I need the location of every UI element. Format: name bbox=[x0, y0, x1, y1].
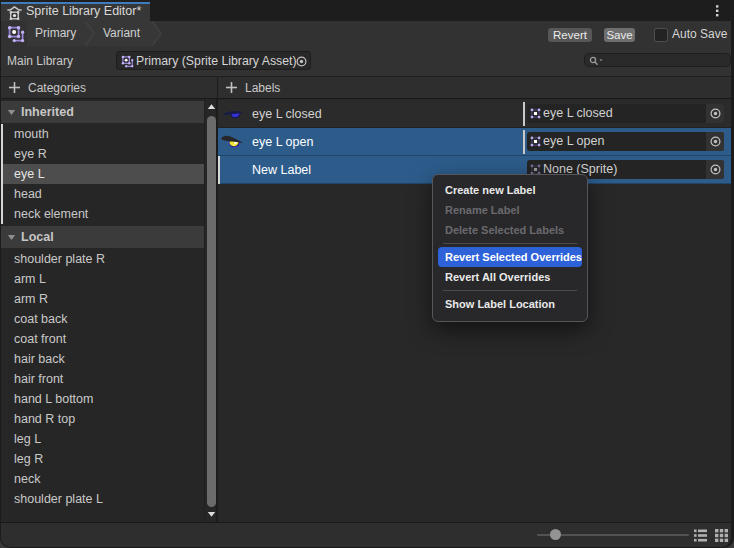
foldout-triangle-icon[interactable] bbox=[7, 234, 16, 241]
label-name: eye L closed bbox=[252, 100, 322, 128]
scroll-down-icon[interactable] bbox=[207, 510, 216, 518]
menu-item-delete-selected-labels[interactable]: Delete Selected Labels bbox=[438, 220, 582, 240]
object-picker-button[interactable] bbox=[706, 104, 724, 123]
object-picker-button[interactable] bbox=[706, 132, 724, 151]
menu-item-revert-all-overrides[interactable]: Revert All Overrides bbox=[438, 267, 582, 287]
add-category-button[interactable] bbox=[8, 81, 21, 94]
scroll-up-icon[interactable] bbox=[207, 103, 216, 111]
breadcrumb-variant[interactable]: Variant bbox=[103, 21, 140, 46]
override-bar bbox=[523, 130, 526, 154]
object-picker-icon bbox=[709, 163, 722, 176]
category-item[interactable]: shoulder plate R bbox=[1, 249, 204, 269]
sprite-object-field[interactable]: eye L closed bbox=[527, 104, 724, 123]
menu-item-show-label-location[interactable]: Show Label Location bbox=[438, 294, 582, 314]
sprite-thumbnail bbox=[219, 159, 245, 181]
slider-knob[interactable] bbox=[550, 529, 561, 540]
category-group-label: Local bbox=[21, 226, 54, 248]
eye-closed-sprite bbox=[219, 103, 245, 125]
sprite-library-editor-icon bbox=[7, 5, 22, 21]
categories-scrollbar[interactable] bbox=[204, 99, 216, 523]
sprite-icon bbox=[530, 136, 541, 147]
category-item[interactable]: hand L bottom bbox=[1, 389, 204, 409]
categories-header: Categories bbox=[1, 77, 217, 98]
category-item[interactable]: arm L bbox=[1, 269, 204, 289]
categories-header-label: Categories bbox=[28, 77, 86, 99]
search-input[interactable] bbox=[584, 53, 731, 67]
category-item[interactable]: head bbox=[1, 184, 204, 204]
foldout-triangle-icon[interactable] bbox=[7, 109, 16, 116]
sprite-thumbnail bbox=[219, 131, 245, 153]
label-row[interactable]: eye L closed eye L closed bbox=[218, 100, 731, 128]
main-library-object-field[interactable]: Primary (Sprite Library Asset) bbox=[116, 51, 311, 70]
object-picker-icon bbox=[295, 55, 308, 68]
panel-headers: Categories Labels bbox=[1, 77, 731, 99]
category-item[interactable]: eye L bbox=[1, 164, 204, 184]
sprite-field-value: eye L closed bbox=[543, 104, 613, 123]
sprite-field-value: eye L open bbox=[543, 132, 604, 151]
category-item[interactable]: mouth bbox=[1, 124, 204, 144]
sprite-library-asset-icon bbox=[7, 25, 25, 43]
scrollbar-thumb[interactable] bbox=[207, 116, 216, 507]
auto-save-checkbox[interactable] bbox=[654, 28, 668, 42]
object-picker-button[interactable] bbox=[706, 160, 724, 179]
menu-separator bbox=[433, 240, 587, 247]
label-name: eye L open bbox=[252, 128, 313, 156]
category-item[interactable]: coat back bbox=[1, 309, 204, 329]
category-item[interactable]: neck bbox=[1, 469, 204, 489]
category-item[interactable]: shoulder plate L bbox=[1, 489, 204, 509]
label-row[interactable]: eye L open eye L open bbox=[218, 128, 731, 156]
add-label-button[interactable] bbox=[225, 81, 238, 94]
object-picker-icon bbox=[709, 107, 722, 120]
inherited-override-bar bbox=[1, 124, 3, 224]
save-button[interactable]: Save bbox=[604, 28, 635, 42]
categories-list: Inherited mouth eye R eye L head neck el… bbox=[1, 99, 204, 523]
category-item[interactable]: arm R bbox=[1, 289, 204, 309]
category-item[interactable]: hand R top bbox=[1, 409, 204, 429]
breadcrumb-toolbar: Primary Variant Revert Save Auto Save bbox=[1, 21, 731, 46]
menu-item-rename-label[interactable]: Rename Label bbox=[438, 200, 582, 220]
main-library-value: Primary (Sprite Library Asset) bbox=[136, 52, 297, 70]
main-library-label: Main Library bbox=[7, 46, 73, 76]
tab-title: Sprite Library Editor* bbox=[26, 0, 141, 23]
override-bar bbox=[523, 102, 526, 126]
tab-sprite-library-editor[interactable]: Sprite Library Editor* bbox=[1, 0, 150, 21]
search-icon bbox=[589, 56, 605, 66]
tab-bar: Sprite Library Editor* bbox=[0, 0, 734, 21]
sprite-object-field[interactable]: eye L open bbox=[527, 132, 724, 151]
context-menu: Create new Label Rename Label Delete Sel… bbox=[432, 174, 588, 322]
category-item[interactable]: hair front bbox=[1, 369, 204, 389]
category-item[interactable]: leg R bbox=[1, 449, 204, 469]
category-group-label: Inherited bbox=[21, 101, 74, 123]
grid-view-icon[interactable] bbox=[714, 528, 729, 543]
label-name: New Label bbox=[252, 156, 311, 184]
category-item[interactable]: eye R bbox=[1, 144, 204, 164]
auto-save-label: Auto Save bbox=[672, 21, 727, 47]
object-picker-button[interactable] bbox=[293, 53, 309, 68]
breadcrumb-chevron-icon bbox=[84, 21, 96, 46]
library-toolbar: Main Library Primary (Sprite Library Ass… bbox=[1, 46, 731, 77]
menu-separator bbox=[433, 287, 587, 294]
sprite-icon bbox=[530, 108, 541, 119]
category-item[interactable]: neck element bbox=[1, 204, 204, 224]
revert-button[interactable]: Revert bbox=[548, 28, 592, 42]
sprite-library-asset-icon bbox=[121, 55, 134, 68]
breadcrumb-primary[interactable]: Primary bbox=[35, 21, 76, 46]
bottom-bar bbox=[1, 522, 731, 547]
eye-open-sprite bbox=[219, 131, 245, 153]
category-item[interactable]: hair back bbox=[1, 349, 204, 369]
breadcrumb-chevron-icon bbox=[151, 21, 163, 46]
category-item[interactable]: leg L bbox=[1, 429, 204, 449]
menu-item-create-new-label[interactable]: Create new Label bbox=[438, 180, 582, 200]
labels-header-label: Labels bbox=[245, 77, 280, 99]
category-group-inherited[interactable]: Inherited bbox=[1, 101, 204, 123]
sprite-library-editor-window: Sprite Library Editor* Primary Variant bbox=[0, 0, 734, 548]
menu-item-revert-selected-overrides[interactable]: Revert Selected Overrides bbox=[438, 247, 582, 267]
object-picker-icon bbox=[709, 135, 722, 148]
new-label-override-bar bbox=[218, 156, 220, 184]
content-area: Inherited mouth eye R eye L head neck el… bbox=[1, 99, 731, 523]
labels-header: Labels bbox=[218, 77, 732, 98]
category-item[interactable]: coat front bbox=[1, 329, 204, 349]
kebab-menu-icon[interactable] bbox=[712, 3, 722, 19]
category-group-local[interactable]: Local bbox=[1, 226, 204, 248]
list-view-icon[interactable] bbox=[693, 528, 708, 543]
